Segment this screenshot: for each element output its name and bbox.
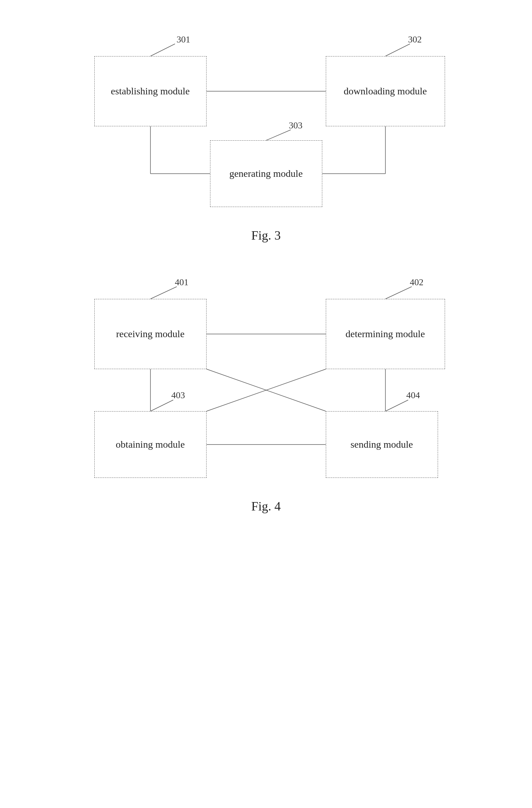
establishing-module-label: establishing module [111,86,190,97]
svg-line-17 [385,400,408,411]
fig3-diagram: 301 302 303 establishing module download… [73,21,459,218]
ref-label-302: 302 [408,34,422,45]
svg-line-16 [150,400,173,411]
obtaining-module-label: obtaining module [116,439,185,450]
fig4-caption: Fig. 4 [251,499,281,514]
generating-module-label: generating module [229,168,303,179]
establishing-module-box: establishing module [94,56,207,126]
svg-line-6 [385,44,410,56]
sending-module-box: sending module [326,411,438,478]
ref-label-301: 301 [177,34,190,45]
svg-line-5 [150,44,175,56]
svg-line-14 [150,287,177,299]
ref-label-303: 303 [289,120,303,131]
determining-module-box: determining module [326,299,445,369]
downloading-module-label: downloading module [344,86,427,97]
downloading-module-box: downloading module [326,56,445,126]
svg-line-15 [385,287,412,299]
fig4-diagram: 401 402 403 404 receiving module determi… [73,271,459,488]
receiving-module-box: receiving module [94,299,207,369]
svg-line-12 [207,369,326,411]
svg-line-7 [266,130,291,140]
ref-label-403: 403 [171,390,185,401]
figure-3-container: 301 302 303 establishing module download… [28,21,504,243]
figure-4-container: 401 402 403 404 receiving module determi… [28,271,504,514]
determining-module-label: determining module [345,328,425,340]
fig3-caption: Fig. 3 [251,228,281,243]
receiving-module-label: receiving module [116,328,184,340]
ref-label-404: 404 [406,390,420,401]
svg-line-13 [207,369,326,411]
sending-module-label: sending module [350,439,413,450]
ref-label-402: 402 [410,277,424,288]
ref-label-401: 401 [175,277,189,288]
obtaining-module-box: obtaining module [94,411,207,478]
generating-module-box: generating module [210,140,322,207]
